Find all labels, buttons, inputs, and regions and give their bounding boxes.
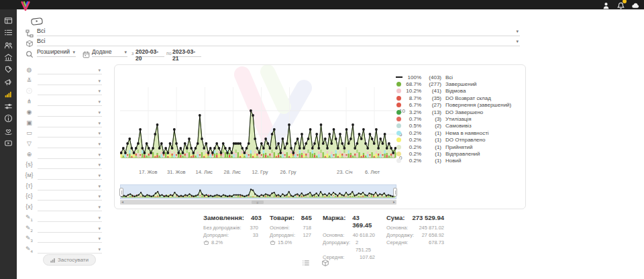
filter-input[interactable]: ▾ <box>38 214 102 222</box>
filter-input[interactable]: ▾ <box>38 109 102 117</box>
pencil-3-icon: ✎3 <box>25 235 34 243</box>
legend-item[interactable]: 0.2%(1)Відправлений <box>396 150 521 157</box>
mini-chart-icon <box>50 258 56 263</box>
filter-input[interactable]: ▾ <box>38 119 102 127</box>
stat-value: 273 529.94 <box>405 214 444 221</box>
sidebar-item-video[interactable] <box>3 138 13 148</box>
legend-item[interactable]: 0.2%(1)Прийнятий <box>396 144 521 150</box>
stat-title: Сума: <box>386 214 405 221</box>
legend-item[interactable]: 0.2%(1)DO Отправлено <box>396 137 521 144</box>
legend-item[interactable]: 3.2%(13)DO Завершено <box>396 109 521 115</box>
filter-input[interactable]: ▾ <box>38 98 102 106</box>
filter-input[interactable]: ▾ <box>38 172 102 180</box>
legend-item[interactable]: 0.5%(2)Самовивіз <box>396 123 521 129</box>
legend-item[interactable]: 6.7%(27)Повернення (завершений) <box>396 102 521 109</box>
sidebar-item-price-tag[interactable] <box>3 64 13 74</box>
sidebar-item-info[interactable] <box>3 113 13 123</box>
sidebar-item-dashboard[interactable] <box>3 15 13 25</box>
filter-input[interactable]: ▾ <box>38 161 102 169</box>
x-tick-label: 28. Лис <box>224 169 241 175</box>
chevron-down-icon: ▾ <box>124 50 127 55</box>
orders-chart[interactable] <box>120 73 396 172</box>
legend-count: (41) <box>421 88 441 94</box>
user-icon[interactable] <box>602 1 610 9</box>
filter-input[interactable]: ▾ <box>38 151 102 159</box>
date-from-value: 2020-03-20 <box>136 48 158 62</box>
legend-dot-swatch <box>396 123 401 128</box>
legend-item[interactable]: 0.2%(1)Нема в наявності <box>396 129 521 136</box>
stat-sub-label: Без допродажів: <box>203 224 241 231</box>
date-to-input[interactable]: 2023-03-21 <box>172 48 201 57</box>
legend-label: Самовивіз <box>445 123 472 129</box>
x-tick-label: 26. Гру <box>280 169 297 175</box>
list-view-icon[interactable] <box>302 258 310 266</box>
filter-input[interactable]: ▾ <box>38 66 102 74</box>
legend-percent: 0.2% <box>401 151 421 157</box>
brush-handle-right[interactable] <box>393 188 397 197</box>
sidebar-item-customers[interactable] <box>3 40 13 50</box>
legend-count: (27) <box>421 102 441 108</box>
filter-input[interactable]: ▾ <box>38 203 102 211</box>
legend-item[interactable]: 68.7%(277)Завершений <box>396 80 521 87</box>
apply-button[interactable]: Застосувати <box>43 254 96 266</box>
sidebar-item-support[interactable] <box>3 126 13 136</box>
chevron-down-icon: ▾ <box>98 110 101 115</box>
legend-item[interactable]: 0.2%(1)Новий <box>396 158 521 164</box>
filter-input[interactable]: ▾ <box>38 129 102 137</box>
package-view-icon[interactable] <box>321 258 329 266</box>
chart-minimap[interactable] <box>120 184 396 199</box>
filter-input[interactable]: ▾ <box>38 140 102 148</box>
legend-count: (35) <box>421 95 441 101</box>
legend-percent: 6.7% <box>401 102 421 108</box>
filter-input[interactable]: ▾ <box>38 192 102 201</box>
x-tick-label: 6. Лют <box>365 169 380 175</box>
legend-item[interactable]: 8.7%(35)DO Возврат склад <box>396 95 521 101</box>
stat-sub-value: 370 <box>244 224 258 231</box>
filter-input[interactable]: ▾ <box>38 245 102 254</box>
chevron-down-icon: ▾ <box>516 39 519 44</box>
stat-percent: 8.2% <box>211 239 223 246</box>
product-filter[interactable]: Всі ▾ <box>37 38 520 46</box>
filter-input[interactable]: ▾ <box>38 77 102 85</box>
chevron-down-icon: ▾ <box>98 184 101 189</box>
globe-icon: ◍ <box>25 66 34 73</box>
sidebar-item-warehouse[interactable] <box>3 52 13 62</box>
chart-scrollbar[interactable]: ◂ ▸ ≡ <box>120 200 396 205</box>
legend-label: Прийнятий <box>445 144 473 150</box>
date-to-value: 2023-03-21 <box>172 48 195 62</box>
legend-item[interactable]: 0.7%(3)Утилізація <box>396 115 521 122</box>
date-field-select[interactable]: Додане ▾ <box>92 48 127 57</box>
filter-input[interactable]: ▾ <box>38 235 102 243</box>
sidebar-item-orders-list[interactable] <box>3 27 13 38</box>
app-logo[interactable] <box>19 1 32 14</box>
cloud-icon[interactable] <box>631 1 640 9</box>
search-mode-select[interactable]: Розширений ▾ <box>37 48 76 57</box>
stat-sub-value: 127 <box>297 231 311 239</box>
stats-column: Маржа:43 369.45Основна:40 618.20Допродаж… <box>323 214 375 261</box>
brush-handle-left[interactable] <box>119 188 123 197</box>
sidebar-item-settings[interactable] <box>3 101 13 111</box>
bell-icon[interactable] <box>616 1 625 9</box>
scroll-right-icon[interactable]: ▸ <box>393 200 395 205</box>
stat-sub-value: 33 <box>248 231 258 239</box>
filter-input[interactable]: ▾ <box>38 225 102 233</box>
chevron-down-icon: ▾ <box>98 205 101 210</box>
date-from-input[interactable]: 2020-03-20 <box>136 48 164 57</box>
legend-item[interactable]: 100%(403)Всі <box>396 74 521 80</box>
chevron-down-icon: ▾ <box>98 226 101 231</box>
filter-input[interactable]: ▾ <box>38 182 102 190</box>
sidebar-item-analytics[interactable] <box>3 89 13 99</box>
filter-input[interactable]: ▾ <box>38 87 102 95</box>
layers-icon: ≚ <box>25 77 34 84</box>
x-axis: 17. Жов31. Жов14. Лис28. Лис12. Гру26. Г… <box>120 169 396 176</box>
search-icon[interactable] <box>25 49 34 61</box>
legend-percent: 8.7% <box>401 95 421 101</box>
category-filter[interactable]: Всі ▾ <box>37 27 520 36</box>
legend-item[interactable]: 10.2%(41)Відмова <box>396 88 521 95</box>
scroll-left-icon[interactable]: ◂ <box>121 200 123 205</box>
braces-c-icon: {с} <box>25 192 34 199</box>
scrollbar-grip[interactable]: ≡ <box>252 201 264 204</box>
sidebar-item-marketing[interactable] <box>3 77 13 87</box>
legend-count: (1) <box>421 144 441 150</box>
legend-count: (1) <box>421 137 441 143</box>
